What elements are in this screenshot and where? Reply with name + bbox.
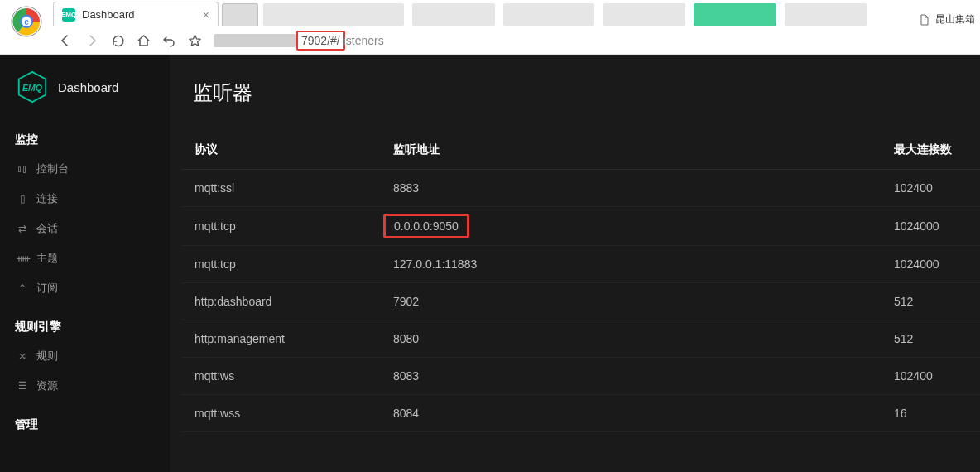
cell-protocol: mqtt:wss: [181, 395, 380, 432]
sidebar-item-label: 订阅: [36, 281, 58, 296]
close-icon[interactable]: ×: [203, 8, 209, 22]
browser-tab-active[interactable]: EMQ Dashboard ×: [53, 2, 219, 26]
connections-icon: ▯: [17, 193, 28, 205]
main-area: 监听器 协议 监听地址 最大连接数 mqtt:ssl8883102400mqtt…: [170, 55, 980, 472]
cell-address: 8080: [380, 320, 881, 358]
nav-section-monitor: 监控 ⫾⫿ 控制台 ▯ 连接 ⇄ 会话 ᚔ 主题 ⌃ 订阅: [0, 116, 170, 303]
nav-section-title: 监控: [0, 126, 170, 154]
url-highlighted-part: 7902/#/: [296, 31, 345, 51]
table-row: mqtt:tcp0.0.0.0:90501024000: [181, 207, 980, 246]
cell-protocol: http:dashboard: [181, 283, 380, 320]
browser-tab-other[interactable]: [412, 3, 495, 26]
column-header-protocol: 协议: [181, 131, 380, 170]
app-container: EMQ Dashboard 监控 ⫾⫿ 控制台 ▯ 连接 ⇄ 会话 ᚔ 主题: [0, 55, 980, 472]
sidebar-item-label: 控制台: [36, 161, 69, 176]
nav-section-title: 规则引擎: [0, 313, 170, 341]
cell-max-conn: 16: [881, 395, 980, 432]
url-obscured: [214, 34, 296, 47]
sidebar-item-subscriptions[interactable]: ⌃ 订阅: [0, 273, 170, 303]
table-row: mqtt:ws8083102400: [181, 358, 980, 395]
browser-tab-other[interactable]: [603, 3, 685, 26]
sidebar-item-rules[interactable]: ⤨ 规则: [0, 341, 170, 371]
sessions-icon: ⇄: [17, 223, 28, 234]
browser-tab-other[interactable]: [263, 3, 404, 26]
tab-favicon-icon: EMQ: [62, 8, 75, 22]
other-tab-label[interactable]: 昆山集箱: [935, 12, 975, 26]
listeners-table: 协议 监听地址 最大连接数 mqtt:ssl8883102400mqtt:tcp…: [181, 131, 980, 432]
nav-section-title: 管理: [0, 411, 170, 439]
cell-max-conn: 512: [881, 320, 980, 358]
sidebar-item-label: 主题: [36, 251, 58, 266]
cell-address: 8883: [380, 170, 881, 207]
table-row: mqtt:wss808416: [181, 395, 980, 432]
cell-max-conn: 1024000: [881, 246, 980, 283]
cell-protocol: mqtt:tcp: [181, 207, 380, 246]
table-row: mqtt:ssl8883102400: [181, 170, 980, 207]
column-header-address: 监听地址: [380, 131, 881, 170]
sidebar-item-connections[interactable]: ▯ 连接: [0, 184, 170, 214]
sidebar-item-label: 规则: [36, 349, 58, 364]
sidebar: EMQ Dashboard 监控 ⫾⫿ 控制台 ▯ 连接 ⇄ 会话 ᚔ 主题: [0, 55, 170, 472]
svg-text:EMQ: EMQ: [22, 83, 42, 93]
sidebar-item-console[interactable]: ⫾⫿ 控制台: [0, 154, 170, 184]
forward-icon[interactable]: [84, 33, 99, 48]
column-header-max-conn: 最大连接数: [881, 131, 980, 170]
cell-max-conn: 512: [881, 283, 980, 320]
sidebar-item-topics[interactable]: ᚔ 主题: [0, 243, 170, 273]
sidebar-item-label: 连接: [36, 191, 58, 206]
tab-title: Dashboard: [82, 8, 135, 21]
cell-address: 0.0.0.0:9050: [380, 207, 881, 246]
undo-icon[interactable]: [162, 34, 176, 48]
svg-text:e: e: [24, 17, 29, 26]
address-bar-row: 7902/#/ isteners: [0, 26, 980, 55]
browser-tab-other[interactable]: [222, 3, 258, 26]
list-icon: ☰: [17, 380, 28, 392]
reload-icon[interactable]: [111, 34, 125, 48]
tab-strip: e EMQ Dashboard × 昆山集箱: [0, 0, 980, 26]
url-rest: isteners: [343, 34, 384, 47]
cell-max-conn: 102400: [881, 358, 980, 395]
nav-section-manage: 管理: [0, 401, 170, 439]
cell-protocol: mqtt:ssl: [181, 170, 380, 207]
highlighted-address: 0.0.0.0:9050: [383, 214, 469, 238]
sidebar-item-label: 资源: [36, 378, 58, 393]
browser-chrome: e EMQ Dashboard × 昆山集箱: [0, 0, 980, 55]
cell-address: 8083: [380, 358, 881, 395]
sidebar-item-resources[interactable]: ☰ 资源: [0, 371, 170, 401]
cell-address: 7902: [380, 283, 881, 320]
brand-text: Dashboard: [58, 80, 118, 94]
brand[interactable]: EMQ Dashboard: [0, 70, 170, 116]
cell-address: 127.0.0.1:11883: [380, 246, 881, 283]
cell-max-conn: 102400: [881, 170, 980, 207]
shuffle-icon: ⤨: [17, 350, 28, 362]
home-icon[interactable]: [137, 34, 151, 48]
topics-icon: ᚔ: [17, 253, 28, 264]
emq-logo-icon: EMQ: [15, 70, 50, 104]
cell-max-conn: 1024000: [881, 207, 980, 246]
sidebar-item-sessions[interactable]: ⇄ 会话: [0, 214, 170, 243]
chart-icon: ⫾⫿: [17, 163, 28, 175]
cell-protocol: http:management: [181, 320, 380, 358]
browser-tab-other[interactable]: [694, 3, 776, 26]
browser-tab-other[interactable]: [503, 3, 594, 26]
page-title: 监听器: [181, 79, 980, 106]
table-row: mqtt:tcp127.0.0.1:118831024000: [181, 246, 980, 283]
table-row: http:dashboard7902512: [181, 283, 980, 320]
cell-protocol: mqtt:tcp: [181, 246, 380, 283]
cell-address: 8084: [380, 395, 881, 432]
back-icon[interactable]: [58, 33, 73, 48]
address-bar[interactable]: 7902/#/ isteners: [214, 31, 384, 51]
table-row: http:management8080512: [181, 320, 980, 358]
browser-logo-icon: e: [10, 5, 43, 38]
cell-protocol: mqtt:ws: [181, 358, 380, 395]
sidebar-item-label: 会话: [36, 221, 58, 236]
rss-icon: ⌃: [17, 282, 28, 294]
star-icon[interactable]: [188, 34, 202, 48]
nav-section-rules: 规则引擎 ⤨ 规则 ☰ 资源: [0, 303, 170, 401]
file-icon: [919, 14, 930, 26]
browser-tab-other[interactable]: [785, 3, 867, 26]
